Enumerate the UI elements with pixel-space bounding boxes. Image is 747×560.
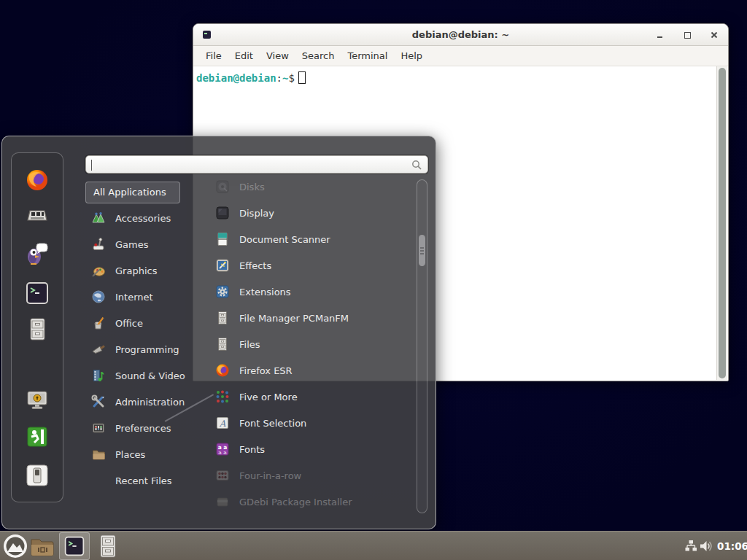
terminal-menubar: File Edit View Search Terminal Help [193,46,728,66]
category-places[interactable]: Places [85,441,206,467]
logout-icon [25,424,50,449]
file-manager-launcher[interactable] [98,534,118,559]
menu-button[interactable] [3,534,28,559]
file-cabinet-icon [215,337,230,351]
shell-prompt: debian@debian:~$ [196,71,306,84]
menu-edit[interactable]: Edit [228,46,260,66]
category-all-applications[interactable]: All Applications [85,182,180,203]
category-programming[interactable]: Programming [85,336,206,362]
preferences-icon [91,421,106,435]
maximize-button[interactable] [684,31,691,39]
shutdown-button[interactable] [25,463,50,488]
window-title: debian@debian: ~ [193,24,728,46]
app-list-scrollbar-thumb[interactable] [419,235,425,266]
category-recent-files[interactable]: Recent Files [85,467,206,494]
svg-text:a a: a a [218,449,227,456]
fonts-icon: a a a a [215,442,230,456]
display-icon [215,206,230,220]
menu-help[interactable]: Help [394,46,429,66]
accessories-icon [91,211,106,225]
app-fonts[interactable]: a a a a Fonts [206,436,415,462]
category-accessories[interactable]: Accessories [85,205,206,231]
menu-file[interactable]: File [199,46,228,66]
network-tray-icon[interactable] [684,540,697,553]
app-four-in-a-row[interactable]: Four-in-a-row [206,462,415,489]
prompt-user-host: debian@debian [196,72,276,84]
network-icon [684,540,697,553]
extensions-icon [215,284,230,299]
app-file-manager-pcmanfm[interactable]: File Manager PCManFM [206,305,415,331]
category-games[interactable]: Games [85,231,206,257]
pidgin-icon [25,241,50,266]
taskbar: 01:06 [0,531,747,560]
app-display[interactable]: Display [206,200,415,226]
close-button[interactable] [711,31,718,39]
favorite-pidgin[interactable] [25,241,50,266]
gdebi-icon [215,494,230,509]
four-in-a-row-icon [215,468,230,483]
firefox-icon [25,168,50,192]
menu-launcher-icon [3,534,28,559]
favorite-file-manager[interactable] [25,317,50,342]
app-files[interactable]: Files [206,331,415,357]
graphics-icon [91,263,106,278]
favorites-panel [11,152,63,502]
terminal-taskbar-button[interactable] [59,532,90,560]
favorite-firefox[interactable] [25,168,50,192]
search-input[interactable] [90,158,404,171]
terminal-icon [25,281,50,306]
font-selection-icon: A [215,416,230,430]
shutdown-icon [25,463,50,488]
terminal-icon [63,535,85,557]
category-sound-video[interactable]: Sound & Video [85,362,206,389]
app-font-selection[interactable]: A Font Selection [206,410,415,436]
file-cabinet-icon [215,311,230,325]
lock-screen-icon [25,388,50,413]
favorite-terminal[interactable] [25,281,50,306]
file-cabinet-icon [98,534,118,559]
menu-view[interactable]: View [260,46,295,66]
office-icon [91,316,106,330]
terminal-titlebar[interactable]: debian@debian: ~ [193,24,728,46]
search-box[interactable] [85,155,428,174]
file-browser-launcher[interactable] [30,536,55,558]
terminal-scrollbar-thumb[interactable] [719,68,726,378]
app-document-scanner[interactable]: Document Scanner [206,226,415,252]
app-gdebi-package-installer[interactable]: GDebi Package Installer [206,489,415,515]
application-menu: debian [1,136,436,529]
menu-terminal[interactable]: Terminal [341,46,394,66]
menu-search[interactable]: Search [295,46,341,66]
svg-text:A: A [219,419,226,429]
category-graphics[interactable]: Graphics [85,257,206,284]
games-icon [91,237,106,252]
category-internet[interactable]: Internet [85,284,206,310]
search-icon [411,160,422,171]
terminal-scrollbar[interactable] [716,66,727,380]
volume-icon [700,540,714,553]
app-effects[interactable]: Effects [206,252,415,279]
programming-icon [91,342,106,357]
volume-tray-icon[interactable] [700,540,714,553]
favorite-keyboard[interactable] [25,204,50,229]
file-cabinet-icon [25,317,50,342]
logout-button[interactable] [25,424,50,449]
disks-icon [215,179,230,194]
sound-video-icon [91,368,106,383]
app-firefox-esr[interactable]: Firefox ESR [206,357,415,384]
app-extensions[interactable]: Extensions [206,279,415,305]
places-folder-icon [91,447,106,462]
category-administration[interactable]: Administration [85,389,206,415]
text-caret [91,160,92,171]
minimize-button[interactable] [657,31,664,39]
clock[interactable]: 01:06 [717,532,747,560]
app-disks[interactable]: Disks [206,174,415,200]
document-scanner-icon [215,232,230,246]
firefox-icon [215,363,230,378]
effects-icon [215,258,230,273]
lock-screen-button[interactable] [25,388,50,413]
app-list-scrollbar[interactable] [417,179,427,513]
category-preferences[interactable]: Preferences [85,415,206,441]
category-office[interactable]: Office [85,310,206,336]
app-five-or-more[interactable]: Five or More [206,384,415,410]
keyboard-icon [25,204,50,229]
